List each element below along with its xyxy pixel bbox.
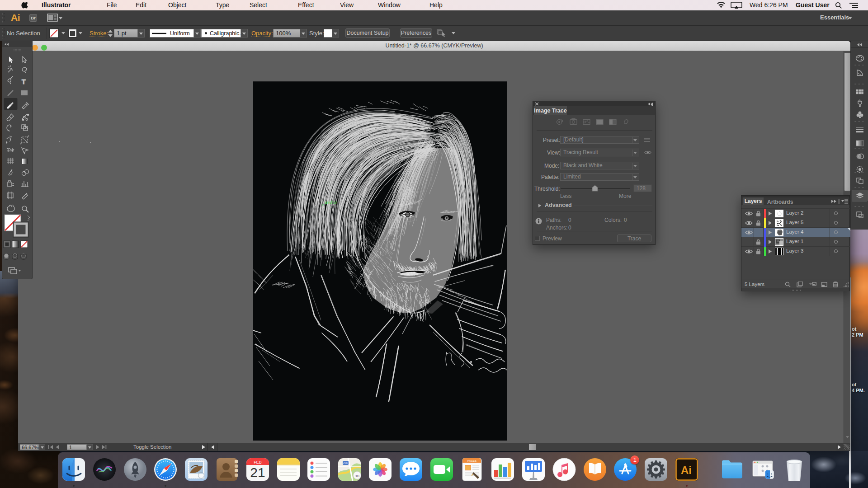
svg-text:FEB: FEB (254, 460, 262, 465)
svg-text:x: x (322, 203, 324, 206)
svg-text:Ai: Ai (681, 464, 692, 476)
svg-text:3D: 3D (355, 474, 359, 478)
svg-text:PAGES: PAGES (467, 460, 476, 462)
svg-text:21: 21 (250, 465, 265, 480)
svg-text:280: 280 (343, 461, 348, 465)
svg-text:anchor: anchor (325, 200, 337, 205)
svg-text:T: T (22, 78, 26, 85)
